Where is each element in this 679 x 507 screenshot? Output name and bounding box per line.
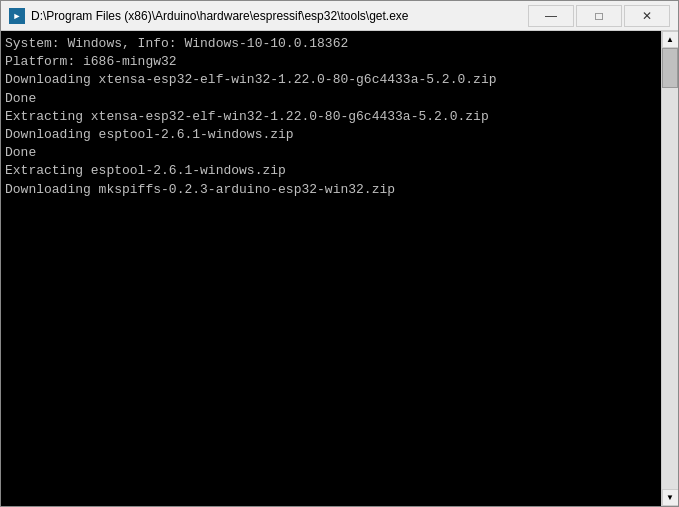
console-line: Extracting esptool-2.6.1-windows.zip — [5, 162, 657, 180]
console-line: Done — [5, 144, 657, 162]
console-line: Downloading mkspiffs-0.2.3-arduino-esp32… — [5, 181, 657, 199]
scroll-up-button[interactable]: ▲ — [662, 31, 679, 48]
console-output: System: Windows, Info: Windows-10-10.0.1… — [1, 31, 661, 506]
console-line: Platform: i686-mingw32 — [5, 53, 657, 71]
console-line: Extracting xtensa-esp32-elf-win32-1.22.0… — [5, 108, 657, 126]
console-wrapper: System: Windows, Info: Windows-10-10.0.1… — [1, 31, 678, 506]
scroll-down-icon: ▼ — [666, 493, 674, 502]
scroll-down-button[interactable]: ▼ — [662, 489, 679, 506]
window-icon: ► — [9, 8, 25, 24]
console-line: System: Windows, Info: Windows-10-10.0.1… — [5, 35, 657, 53]
scrollbar-track[interactable] — [662, 48, 678, 489]
window-title: D:\Program Files (x86)\Arduino\hardware\… — [31, 9, 520, 23]
console-line: Downloading esptool-2.6.1-windows.zip — [5, 126, 657, 144]
scroll-up-icon: ▲ — [666, 35, 674, 44]
scrollbar[interactable]: ▲ ▼ — [661, 31, 678, 506]
window-controls: — □ ✕ — [528, 5, 670, 27]
minimize-button[interactable]: — — [528, 5, 574, 27]
scrollbar-thumb[interactable] — [662, 48, 678, 88]
maximize-button[interactable]: □ — [576, 5, 622, 27]
console-line: Done — [5, 90, 657, 108]
console-line: Downloading xtensa-esp32-elf-win32-1.22.… — [5, 71, 657, 89]
terminal-window: ► D:\Program Files (x86)\Arduino\hardwar… — [0, 0, 679, 507]
close-button[interactable]: ✕ — [624, 5, 670, 27]
title-bar: ► D:\Program Files (x86)\Arduino\hardwar… — [1, 1, 678, 31]
